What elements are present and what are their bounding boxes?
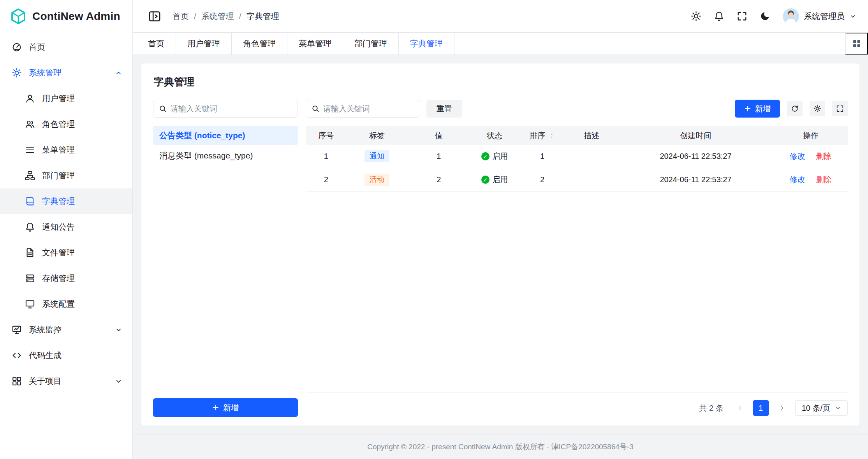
user-name: 系统管理员 — [804, 11, 845, 22]
sidebar-item-label: 存储管理 — [42, 273, 75, 284]
add-dict-type-button[interactable]: 新增 — [153, 398, 298, 417]
menu-list-icon — [25, 145, 35, 155]
edit-link[interactable]: 修改 — [790, 151, 805, 162]
sidebar-item-users[interactable]: 用户管理 — [0, 86, 132, 111]
tab-list-button[interactable] — [845, 33, 868, 55]
tab-menus[interactable]: 菜单管理 — [287, 33, 343, 55]
sidebar-item-home[interactable]: 首页 — [0, 34, 132, 60]
cell-actions: 修改 删除 — [773, 174, 848, 185]
check-circle-icon — [481, 176, 489, 184]
table-fullscreen-button[interactable] — [832, 101, 848, 116]
tag-badge: 活动 — [364, 174, 389, 186]
chevron-up-icon — [115, 69, 122, 77]
cell-index: 2 — [306, 175, 346, 184]
sidebar-item-system[interactable]: 系统管理 — [0, 60, 132, 86]
delete-link[interactable]: 删除 — [816, 151, 832, 162]
plus-icon — [744, 105, 751, 112]
dark-mode-button[interactable] — [760, 11, 770, 21]
moon-icon — [760, 11, 770, 21]
gear-icon — [691, 11, 701, 21]
sidebar-item-files[interactable]: 文件管理 — [0, 240, 132, 266]
grid-icon — [852, 39, 861, 48]
reset-button[interactable]: 重置 — [426, 100, 462, 118]
fullscreen-icon — [737, 11, 747, 21]
table-toolbar: 重置 新增 — [306, 100, 848, 118]
dict-search-input[interactable] — [171, 104, 292, 113]
tab-roles[interactable]: 角色管理 — [232, 33, 287, 55]
user-group-icon — [25, 119, 35, 129]
cell-sort: 1 — [519, 152, 565, 161]
column-header-sortable[interactable]: 排序 — [519, 130, 565, 141]
sidebar-item-codegen[interactable]: 代码生成 — [0, 343, 132, 368]
add-dict-item-button[interactable]: 新增 — [735, 100, 780, 118]
page-size-select[interactable]: 10 条/页 — [795, 400, 848, 416]
tab-home[interactable]: 首页 — [137, 33, 176, 55]
sidebar-item-menus[interactable]: 菜单管理 — [0, 137, 132, 163]
column-header: 标签 — [346, 130, 407, 141]
tab-departments[interactable]: 部门管理 — [343, 33, 399, 55]
cell-value: 1 — [408, 152, 470, 161]
sidebar-item-about[interactable]: 关于项目 — [0, 368, 132, 394]
next-page-button[interactable] — [774, 400, 790, 416]
notifications-button[interactable] — [714, 11, 724, 21]
sidebar-item-label: 代码生成 — [29, 350, 62, 361]
sidebar-item-label: 菜单管理 — [42, 144, 75, 155]
page-1-button[interactable]: 1 — [753, 400, 769, 416]
page-title: 字典管理 — [154, 75, 848, 89]
tabbar: 首页 用户管理 角色管理 菜单管理 部门管理 字典管理 — [133, 33, 868, 55]
edit-link[interactable]: 修改 — [790, 174, 805, 185]
sidebar-item-label: 文件管理 — [42, 247, 75, 258]
delete-link[interactable]: 删除 — [816, 174, 832, 185]
breadcrumb-item[interactable]: 首页 — [173, 11, 189, 22]
main-column: 首页 / 系统管理 / 字典管理 — [133, 0, 868, 459]
table-search-input[interactable] — [323, 104, 414, 113]
file-icon — [25, 248, 35, 258]
sidebar-item-config[interactable]: 系统配置 — [0, 291, 132, 317]
fullscreen-button[interactable] — [737, 11, 747, 21]
app-root: ContiNew Admin 首页 系统管理 用户管理 角色管理 — [0, 0, 868, 459]
sidebar-item-label: 系统管理 — [29, 67, 62, 78]
tab-users[interactable]: 用户管理 — [176, 33, 232, 55]
chevron-down-icon — [835, 405, 841, 411]
list-item-notice-type[interactable]: 公告类型 (notice_type) — [153, 126, 298, 145]
breadcrumb-item[interactable]: 系统管理 — [201, 11, 234, 22]
table-header: 序号 标签 值 状态 排序 描述 创建时间 操作 — [306, 126, 848, 145]
user-menu[interactable]: 系统管理员 — [783, 8, 856, 25]
column-header: 操作 — [773, 130, 848, 141]
sidebar-item-label: 用户管理 — [42, 93, 75, 104]
copyright-text: Copyright © 2022 - present ContiNew Admi… — [367, 442, 634, 452]
dict-type-pane: 公告类型 (notice_type) 消息类型 (message_type) 新… — [153, 100, 298, 417]
breadcrumb-separator: / — [239, 12, 241, 21]
dashboard-icon — [12, 42, 22, 52]
sidebar-item-label: 部门管理 — [42, 170, 75, 181]
list-item-message-type[interactable]: 消息类型 (message_type) — [153, 146, 298, 165]
refresh-button[interactable] — [787, 101, 803, 116]
table-row: 1 通知 1 启用 1 2024-06-11 22:53:27 — [306, 145, 848, 168]
tab-dictionary[interactable]: 字典管理 — [399, 33, 454, 55]
logo-icon — [10, 8, 27, 25]
dict-type-list: 公告类型 (notice_type) 消息类型 (message_type) — [153, 126, 298, 165]
panes: 公告类型 (notice_type) 消息类型 (message_type) 新… — [153, 100, 848, 417]
logo[interactable]: ContiNew Admin — [0, 0, 132, 33]
collapse-sidebar-button[interactable] — [147, 9, 162, 24]
content-area: 字典管理 公告类型 (notice_type) 消息类型 (message_ty… — [133, 55, 868, 434]
sidebar-item-notices[interactable]: 通知公告 — [0, 214, 132, 240]
sidebar-item-label: 首页 — [29, 42, 45, 53]
sidebar-item-departments[interactable]: 部门管理 — [0, 163, 132, 188]
avatar — [783, 8, 799, 25]
prev-page-button[interactable] — [732, 400, 748, 416]
sidebar-item-monitoring[interactable]: 系统监控 — [0, 317, 132, 343]
app-title: ContiNew Admin — [32, 10, 120, 23]
column-header: 序号 — [306, 130, 346, 141]
org-tree-icon — [25, 171, 35, 181]
add-button-label: 新增 — [223, 403, 239, 413]
sidebar-item-roles[interactable]: 角色管理 — [0, 111, 132, 137]
table-row: 2 活动 2 启用 2 2024-06-11 22:53:27 — [306, 168, 848, 192]
sidebar-item-dictionary[interactable]: 字典管理 — [0, 188, 132, 214]
sidebar-item-storage[interactable]: 存储管理 — [0, 266, 132, 291]
cell-tag: 通知 — [346, 150, 407, 162]
settings-button[interactable] — [691, 11, 701, 21]
column-settings-button[interactable] — [810, 101, 825, 116]
column-header: 描述 — [565, 130, 618, 141]
pagination: 共 2 条 1 10 条/页 — [306, 399, 848, 417]
